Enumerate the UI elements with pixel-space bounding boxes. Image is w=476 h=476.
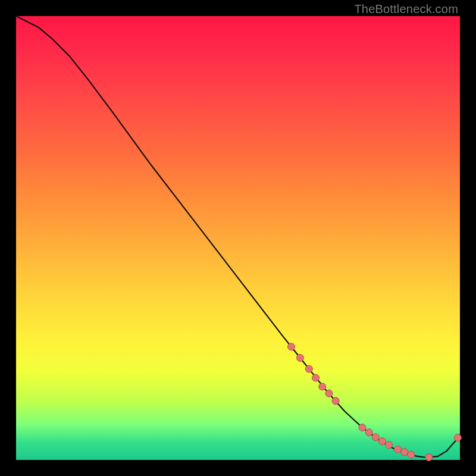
marker-dot xyxy=(359,424,366,431)
marker-dot xyxy=(425,454,433,461)
marker-dot xyxy=(305,365,312,372)
marker-dot xyxy=(372,434,379,441)
marker-dot xyxy=(365,429,372,436)
marker-dot xyxy=(378,438,386,445)
marker-dot xyxy=(394,446,402,453)
marker-dots-group xyxy=(288,343,462,461)
marker-dot xyxy=(332,397,339,405)
marker-dot xyxy=(296,354,303,361)
marker-dot xyxy=(454,434,461,441)
marker-dot xyxy=(288,343,295,350)
marker-dot xyxy=(408,451,415,458)
marker-dot xyxy=(312,374,320,381)
marker-dot xyxy=(325,390,333,397)
curve-svg xyxy=(16,16,460,460)
marker-dot xyxy=(401,449,408,456)
gradient-plot-area xyxy=(16,16,460,460)
bottleneck-curve xyxy=(16,16,460,458)
attribution-text: TheBottleneck.com xyxy=(354,2,458,16)
marker-dot xyxy=(386,441,393,449)
marker-dot xyxy=(319,383,326,390)
chart-stage: TheBottleneck.com xyxy=(0,0,476,476)
